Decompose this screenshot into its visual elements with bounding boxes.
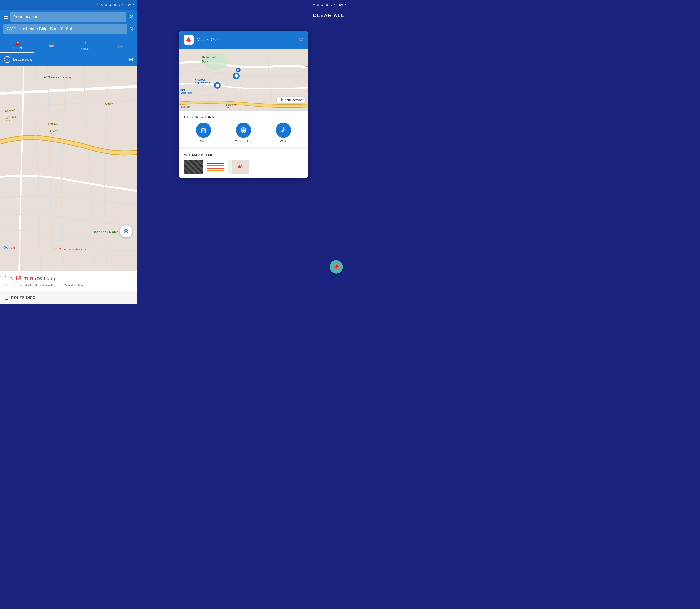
tab-drive[interactable]: 🚗 1 hr 13 (0, 36, 34, 53)
time-left: 12:07 (126, 3, 134, 7)
location-status-icon: 📍 (95, 3, 99, 7)
walk-icon: 🚶 (83, 40, 89, 46)
transport-tabs: 🚗 1 hr 13 🚌 🚶 4 hr 54 🚲 (0, 36, 137, 53)
route-info-label: ROUTE INFO (11, 296, 36, 300)
map-thumb-3[interactable]: 48 (228, 160, 247, 174)
tab-walk[interactable]: 🚶 4 hr 54 (69, 37, 103, 53)
dialog-close-button[interactable]: ✕ (299, 36, 303, 43)
close-search-button[interactable]: ✕ (129, 14, 133, 20)
map-thumb-1[interactable] (184, 160, 203, 174)
leave-now-left: + Leave now (4, 56, 32, 63)
dnd-icon-right: ⊖ (317, 3, 319, 7)
your-location-pill: Your location (276, 97, 305, 103)
signal-right: 4G (325, 3, 329, 7)
wifi-icon: ▲ (109, 3, 112, 7)
walk-duration: 4 hr 54 (81, 47, 90, 50)
route-info-icon: ☰ (4, 295, 8, 301)
walk-circle (276, 122, 291, 138)
transit-icon: 🚌 (48, 42, 55, 48)
google-logo-left: Google (3, 245, 16, 249)
see-map-details-title: SEE MAP DETAILS (184, 153, 303, 157)
map-area-left: 🏛 Greece - Embassy Antelias - Bikfaiya R… (0, 66, 137, 271)
maps-go-logo: GO (183, 35, 194, 45)
route-duration: 1 h 13 min (4, 275, 33, 282)
leave-now-bar[interactable]: + Leave now ⊟ (0, 53, 137, 66)
walk-direction-button[interactable]: Walk (276, 122, 291, 143)
bike-icon: 🚲 (117, 42, 123, 48)
dnd-icon: ⊖ (105, 3, 107, 7)
svg-point-6 (125, 230, 127, 232)
get-directions-section: GET DIRECTIONS Drive (179, 110, 308, 147)
svg-point-30 (202, 130, 203, 131)
directions-buttons: Drive Train or Bus (184, 122, 303, 143)
wifi-icon-right: ▲ (321, 3, 324, 7)
route-info-bar[interactable]: ☰ ROUTE INFO (0, 291, 137, 304)
nav-header: ☰ Your location ✕ CME, Hosheime Bldg, Sa… (0, 10, 137, 36)
google-logo-mini: Google (181, 105, 190, 108)
transit-label: Train or Bus (235, 140, 252, 143)
clear-all-button[interactable]: CLEAR ALL (313, 12, 344, 19)
my-location-button[interactable] (120, 225, 132, 238)
dialog-title: Maps Go (196, 37, 218, 43)
status-bar-right: ✳ ⊖ ▲ 4G 78% 12:07 (137, 0, 350, 10)
svg-point-14 (187, 40, 190, 42)
map-svg-left (0, 66, 137, 271)
signal-label: 4G (113, 3, 117, 7)
battery-right: 78% (331, 3, 337, 7)
nav-row1: ☰ Your location ✕ (3, 12, 133, 22)
drive-icon: 🚗 (14, 40, 20, 46)
transit-direction-button[interactable]: Train or Bus (235, 122, 252, 143)
nav-row2: CME, Hosheime Bldg, Sami El Sol... ⇅ (3, 24, 133, 34)
right-panel: ✳ ⊖ ▲ 4G 78% 12:07 CLEAR ALL GO Maps (137, 0, 350, 304)
maps-go-dialog: GO Maps Go ✕ (179, 31, 308, 178)
get-directions-title: GET DIRECTIONS (184, 115, 303, 119)
bluetooth-icon-right: ✳ (313, 3, 315, 7)
casino-label: 🍴 Casino Fouar Antelias - (55, 247, 86, 250)
bluetooth-icon: ✳ (101, 3, 103, 7)
time-right: 12:07 (338, 3, 346, 7)
filter-icon[interactable]: ⊟ (129, 56, 133, 63)
drive-circle (196, 122, 211, 138)
your-location-label: Your location (285, 98, 302, 102)
dialog-title-row: GO Maps Go (183, 35, 218, 45)
svg-rect-0 (0, 66, 137, 271)
destination-search-box[interactable]: CME, Hosheime Bldg, Sami El Sol... (3, 24, 127, 34)
swap-directions-icon[interactable]: ⇅ (129, 26, 133, 32)
origin-search-box[interactable]: Your location (11, 12, 126, 22)
add-time-icon[interactable]: + (4, 56, 11, 63)
embassy-label: 🏛 Greece - Embassy (44, 76, 71, 79)
map-thumb-2[interactable] (206, 160, 225, 174)
map-thumbnails: 48 (184, 160, 303, 174)
fab-icon: 📌 (333, 264, 340, 270)
svg-point-23 (237, 69, 239, 71)
route-time: 1 h 13 min (26.1 km) (4, 275, 133, 282)
dialog-header: GO Maps Go ✕ (179, 31, 308, 49)
tab-transit[interactable]: 🚌 (34, 38, 69, 51)
tab-bike[interactable]: 🚲 (103, 38, 137, 51)
left-panel: 📍 ✳ ⊖ ▲ 4G 78% 12:07 ☰ Your location ✕ C… (0, 0, 137, 304)
hamburger-icon[interactable]: ☰ (3, 14, 8, 20)
drive-label: Drive (200, 140, 207, 143)
route-via: Via Zouq Mosbeh - Aajaltoun Rd and Coast… (4, 283, 133, 287)
svg-point-31 (204, 130, 205, 131)
drive-direction-button[interactable]: Drive (196, 122, 211, 143)
walk-label: Walk (280, 140, 287, 143)
svg-point-24 (281, 99, 282, 100)
drive-duration: 1 hr 13 (12, 46, 22, 50)
see-map-details-section: SEE MAP DETAILS 48 (179, 147, 308, 178)
leave-now-text: Leave now (13, 57, 32, 62)
svg-point-19 (235, 74, 238, 77)
fab-button[interactable]: 📌 (329, 260, 343, 274)
battery-label: 78% (119, 3, 125, 7)
svg-text:GO: GO (187, 42, 190, 44)
bottom-info: 1 h 13 min (26.1 km) Via Zouq Mosbeh - A… (0, 271, 137, 291)
route-distance: (26.1 km) (35, 276, 55, 282)
status-bar-left: 📍 ✳ ⊖ ▲ 4G 78% 12:07 (0, 0, 137, 10)
dahr-label: Dahr Abou Nader (93, 230, 118, 234)
svg-point-21 (216, 84, 219, 87)
transit-circle (236, 122, 251, 138)
mini-map: Ballouneh Park Khallouf Supermarket Mold… (179, 49, 308, 110)
